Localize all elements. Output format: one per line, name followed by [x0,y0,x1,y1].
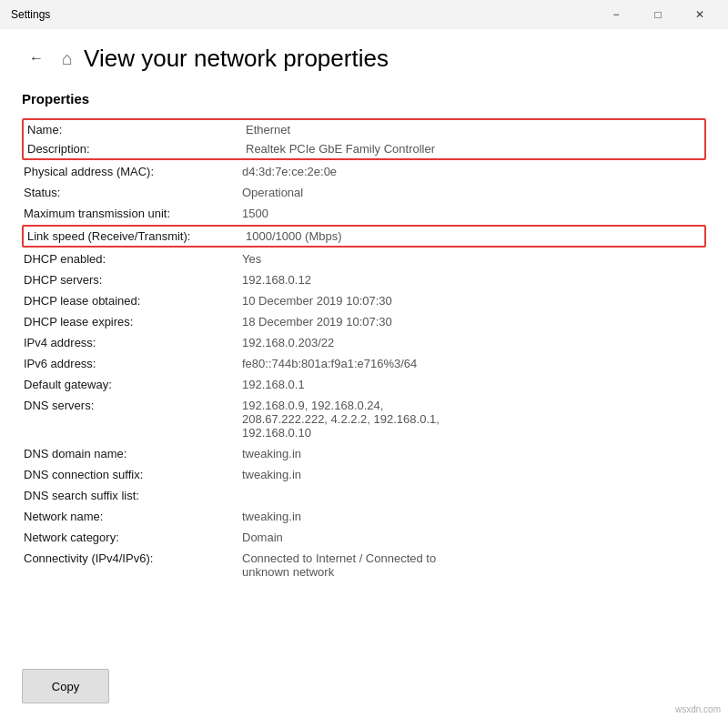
name-description-group: Name: Ethernet Description: Realtek PCIe… [22,118,706,160]
prop-label-name: Name: [27,123,246,137]
link-speed-group: Link speed (Receive/Transmit): 1000/1000… [22,225,706,248]
prop-row-dhcp-expires: DHCP lease expires: 18 December 2019 10:… [22,311,706,332]
prop-row-dhcp-enabled: DHCP enabled: Yes [22,248,706,269]
prop-label-dhcp-servers: DHCP servers: [24,273,242,287]
titlebar: Settings − □ ✕ [0,0,728,29]
prop-label-connectivity: Connectivity (IPv4/IPv6): [24,551,242,579]
home-icon: ⌂ [62,48,73,69]
prop-row-dns-suffix: DNS connection suffix: tweaking.in [22,464,706,485]
prop-row-name: Name: Ethernet [24,120,704,139]
prop-value-dhcp-servers: 192.168.0.12 [242,273,704,287]
footer: Copy [0,658,728,718]
prop-value-connectivity: Connected to Internet / Connected tounkn… [242,551,704,579]
properties-section: Properties Name: Ethernet Description: R… [22,91,706,582]
minimize-button[interactable]: − [595,0,637,29]
prop-row-network-name: Network name: tweaking.in [22,506,706,527]
prop-row-mac: Physical address (MAC): d4:3d:7e:ce:2e:0… [22,161,706,182]
prop-value-name: Ethernet [246,123,701,137]
prop-label-dhcp-obtained: DHCP lease obtained: [24,294,242,308]
prop-label-status: Status: [24,186,242,199]
prop-value-mtu: 1500 [242,207,704,220]
titlebar-left: Settings [11,8,50,21]
prop-value-dhcp-obtained: 10 December 2019 10:07:30 [242,294,704,308]
prop-value-dhcp-enabled: Yes [242,252,704,266]
maximize-button[interactable]: □ [637,0,679,29]
prop-label-linkspeed: Link speed (Receive/Transmit): [27,229,246,243]
back-button[interactable]: ← [22,44,51,73]
prop-row-network-category: Network category: Domain [22,527,706,548]
prop-value-ipv6: fe80::744b:801a:f9a1:e716%3/64 [242,357,704,370]
watermark: wsxdn.com [675,704,721,714]
prop-label-ipv4: IPv4 address: [24,336,242,349]
main-content: ← ⌂ View your network properties Propert… [0,29,728,658]
prop-row-mtu: Maximum transmission unit: 1500 [22,203,706,224]
prop-label-dhcp-enabled: DHCP enabled: [24,252,242,266]
prop-label-mtu: Maximum transmission unit: [24,207,242,220]
copy-button[interactable]: Copy [22,669,109,703]
prop-label-dns-suffix: DNS connection suffix: [24,468,242,481]
prop-row-connectivity: Connectivity (IPv4/IPv6): Connected to I… [22,548,706,582]
titlebar-title: Settings [11,8,50,21]
prop-row-dns-servers: DNS servers: 192.168.0.9, 192.168.0.24,2… [22,395,706,443]
prop-row-dhcp-servers: DHCP servers: 192.168.0.12 [22,269,706,290]
prop-row-dns-domain: DNS domain name: tweaking.in [22,443,706,464]
prop-value-gateway: 192.168.0.1 [242,378,704,391]
prop-label-gateway: Default gateway: [24,378,242,391]
prop-row-status: Status: Operational [22,182,706,203]
prop-row-gateway: Default gateway: 192.168.0.1 [22,374,706,395]
prop-row-linkspeed: Link speed (Receive/Transmit): 1000/1000… [24,227,704,246]
prop-value-dhcp-expires: 18 December 2019 10:07:30 [242,315,704,329]
prop-value-dns-search [242,489,704,502]
prop-value-network-name: tweaking.in [242,510,704,523]
page-header: ← ⌂ View your network properties [22,44,706,73]
prop-label-network-name: Network name: [24,510,242,523]
prop-row-ipv4: IPv4 address: 192.168.0.203/22 [22,332,706,353]
prop-label-network-category: Network category: [24,531,242,544]
back-arrow-icon: ← [29,50,44,66]
prop-label-dhcp-expires: DHCP lease expires: [24,315,242,329]
close-button[interactable]: ✕ [679,0,721,29]
prop-value-network-category: Domain [242,531,704,544]
prop-value-status: Operational [242,186,704,199]
prop-label-mac: Physical address (MAC): [24,165,242,178]
prop-value-linkspeed: 1000/1000 (Mbps) [246,229,701,243]
prop-value-dns-suffix: tweaking.in [242,468,704,481]
prop-label-dns-domain: DNS domain name: [24,447,242,460]
titlebar-controls: − □ ✕ [595,0,721,29]
prop-row-dns-search: DNS search suffix list: [22,485,706,506]
prop-label-dns-search: DNS search suffix list: [24,489,242,502]
page-title: View your network properties [84,45,389,73]
prop-value-dns-servers: 192.168.0.9, 192.168.0.24,208.67.222.222… [242,399,704,440]
section-heading: Properties [22,91,706,106]
prop-row-ipv6: IPv6 address: fe80::744b:801a:f9a1:e716%… [22,353,706,374]
prop-value-dns-domain: tweaking.in [242,447,704,460]
prop-value-mac: d4:3d:7e:ce:2e:0e [242,165,704,178]
prop-label-dns-servers: DNS servers: [24,399,242,440]
prop-value-ipv4: 192.168.0.203/22 [242,336,704,349]
prop-row-description: Description: Realtek PCIe GbE Family Con… [24,139,704,158]
prop-label-ipv6: IPv6 address: [24,357,242,370]
prop-label-description: Description: [27,142,246,156]
prop-row-dhcp-obtained: DHCP lease obtained: 10 December 2019 10… [22,290,706,311]
prop-value-description: Realtek PCIe GbE Family Controller [246,142,701,156]
